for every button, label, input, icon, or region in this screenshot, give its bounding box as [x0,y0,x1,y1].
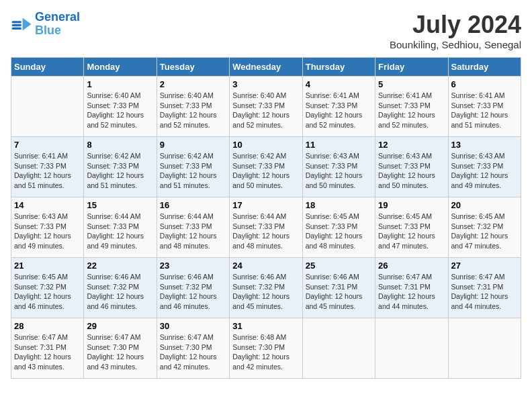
day-number: 25 [306,261,372,271]
day-info: Sunrise: 6:43 AM Sunset: 7:33 PM Dayligh… [378,151,445,191]
day-number: 12 [378,140,445,150]
calendar-cell: 17Sunrise: 6:44 AM Sunset: 7:33 PM Dayli… [230,197,302,258]
day-info: Sunrise: 6:43 AM Sunset: 7:33 PM Dayligh… [306,151,372,191]
svg-rect-1 [12,21,21,23]
day-info: Sunrise: 6:47 AM Sunset: 7:30 PM Dayligh… [87,332,153,372]
day-info: Sunrise: 6:40 AM Sunset: 7:33 PM Dayligh… [160,91,226,130]
calendar-cell: 30Sunrise: 6:47 AM Sunset: 7:30 PM Dayli… [157,318,229,379]
calendar-cell: 1Sunrise: 6:40 AM Sunset: 7:33 PM Daylig… [84,77,157,137]
header-cell-saturday: Saturday [448,58,521,77]
day-info: Sunrise: 6:44 AM Sunset: 7:33 PM Dayligh… [232,212,299,251]
calendar-cell: 4Sunrise: 6:41 AM Sunset: 7:33 PM Daylig… [302,77,375,137]
day-number: 11 [306,140,372,150]
day-info: Sunrise: 6:41 AM Sunset: 7:33 PM Dayligh… [14,151,81,191]
calendar-cell: 23Sunrise: 6:46 AM Sunset: 7:32 PM Dayli… [157,258,229,318]
day-info: Sunrise: 6:41 AM Sunset: 7:33 PM Dayligh… [306,91,372,130]
day-number: 27 [451,261,518,271]
day-number: 20 [451,200,518,210]
day-info: Sunrise: 6:46 AM Sunset: 7:32 PM Dayligh… [87,272,153,312]
day-info: Sunrise: 6:41 AM Sunset: 7:33 PM Dayligh… [378,91,445,130]
logo-text: General Blue [35,11,80,38]
title-block: July 2024 Bounkiling, Sedhiou, Senegal [390,11,521,50]
day-info: Sunrise: 6:40 AM Sunset: 7:33 PM Dayligh… [232,91,299,130]
day-info: Sunrise: 6:42 AM Sunset: 7:33 PM Dayligh… [232,151,299,191]
day-info: Sunrise: 6:48 AM Sunset: 7:30 PM Dayligh… [232,332,299,372]
header-cell-friday: Friday [375,58,448,77]
day-info: Sunrise: 6:45 AM Sunset: 7:32 PM Dayligh… [451,212,518,251]
calendar-cell: 28Sunrise: 6:47 AM Sunset: 7:31 PM Dayli… [11,318,84,379]
day-number: 13 [451,140,518,150]
calendar-cell [448,318,521,379]
page-header: General Blue July 2024 Bounkiling, Sedhi… [11,11,521,50]
day-info: Sunrise: 6:43 AM Sunset: 7:33 PM Dayligh… [14,212,81,251]
day-info: Sunrise: 6:47 AM Sunset: 7:31 PM Dayligh… [14,332,81,372]
svg-rect-3 [12,28,21,30]
calendar-cell [375,318,448,379]
day-info: Sunrise: 6:47 AM Sunset: 7:31 PM Dayligh… [378,272,445,312]
calendar-cell [302,318,375,379]
calendar-cell: 5Sunrise: 6:41 AM Sunset: 7:33 PM Daylig… [375,77,448,137]
calendar-cell: 21Sunrise: 6:45 AM Sunset: 7:32 PM Dayli… [11,258,84,318]
day-number: 8 [87,140,153,150]
calendar-cell: 31Sunrise: 6:48 AM Sunset: 7:30 PM Dayli… [230,318,302,379]
day-info: Sunrise: 6:46 AM Sunset: 7:32 PM Dayligh… [160,272,226,312]
calendar-cell: 13Sunrise: 6:43 AM Sunset: 7:33 PM Dayli… [448,137,521,197]
calendar-cell: 3Sunrise: 6:40 AM Sunset: 7:33 PM Daylig… [230,77,302,137]
day-info: Sunrise: 6:41 AM Sunset: 7:33 PM Dayligh… [451,91,518,130]
day-info: Sunrise: 6:44 AM Sunset: 7:33 PM Dayligh… [160,212,226,251]
day-info: Sunrise: 6:44 AM Sunset: 7:33 PM Dayligh… [87,212,153,251]
logo-line2: Blue [35,24,61,37]
day-info: Sunrise: 6:42 AM Sunset: 7:33 PM Dayligh… [160,151,226,191]
day-number: 17 [232,200,299,210]
logo-line1: General [35,10,80,24]
header-cell-wednesday: Wednesday [230,58,302,77]
calendar-table: SundayMondayTuesdayWednesdayThursdayFrid… [11,57,521,379]
day-number: 3 [232,79,299,89]
calendar-header: SundayMondayTuesdayWednesdayThursdayFrid… [11,58,521,77]
day-number: 24 [232,261,299,271]
day-info: Sunrise: 6:47 AM Sunset: 7:31 PM Dayligh… [451,272,518,312]
day-number: 14 [14,200,81,210]
day-number: 15 [87,200,153,210]
day-number: 23 [160,261,226,271]
calendar-cell: 18Sunrise: 6:45 AM Sunset: 7:33 PM Dayli… [302,197,375,258]
calendar-week-row: 7Sunrise: 6:41 AM Sunset: 7:33 PM Daylig… [11,137,521,197]
day-number: 30 [160,321,226,331]
day-number: 5 [378,79,445,89]
day-number: 22 [87,261,153,271]
calendar-cell: 29Sunrise: 6:47 AM Sunset: 7:30 PM Dayli… [84,318,157,379]
header-row: SundayMondayTuesdayWednesdayThursdayFrid… [11,58,521,77]
day-info: Sunrise: 6:45 AM Sunset: 7:33 PM Dayligh… [378,212,445,251]
calendar-cell: 7Sunrise: 6:41 AM Sunset: 7:33 PM Daylig… [11,137,84,197]
svg-rect-2 [12,24,21,26]
day-number: 7 [14,140,81,150]
day-info: Sunrise: 6:46 AM Sunset: 7:31 PM Dayligh… [306,272,372,312]
day-number: 1 [87,79,153,89]
calendar-week-row: 1Sunrise: 6:40 AM Sunset: 7:33 PM Daylig… [11,77,521,137]
calendar-week-row: 28Sunrise: 6:47 AM Sunset: 7:31 PM Dayli… [11,318,521,379]
calendar-cell: 25Sunrise: 6:46 AM Sunset: 7:31 PM Dayli… [302,258,375,318]
calendar-cell: 20Sunrise: 6:45 AM Sunset: 7:32 PM Dayli… [448,197,521,258]
day-number: 9 [160,140,226,150]
location-subtitle: Bounkiling, Sedhiou, Senegal [390,39,521,50]
day-number: 16 [160,200,226,210]
calendar-cell: 6Sunrise: 6:41 AM Sunset: 7:33 PM Daylig… [448,77,521,137]
calendar-cell: 16Sunrise: 6:44 AM Sunset: 7:33 PM Dayli… [157,197,229,258]
day-info: Sunrise: 6:40 AM Sunset: 7:33 PM Dayligh… [87,91,153,130]
day-number: 4 [306,79,372,89]
day-number: 26 [378,261,445,271]
calendar-cell [11,77,84,137]
header-cell-monday: Monday [84,58,157,77]
calendar-week-row: 21Sunrise: 6:45 AM Sunset: 7:32 PM Dayli… [11,258,521,318]
calendar-cell: 11Sunrise: 6:43 AM Sunset: 7:33 PM Dayli… [302,137,375,197]
header-cell-thursday: Thursday [302,58,375,77]
logo-icon [11,13,32,35]
calendar-cell: 15Sunrise: 6:44 AM Sunset: 7:33 PM Dayli… [84,197,157,258]
calendar-cell: 19Sunrise: 6:45 AM Sunset: 7:33 PM Dayli… [375,197,448,258]
calendar-week-row: 14Sunrise: 6:43 AM Sunset: 7:33 PM Dayli… [11,197,521,258]
day-info: Sunrise: 6:45 AM Sunset: 7:32 PM Dayligh… [14,272,81,312]
calendar-body: 1Sunrise: 6:40 AM Sunset: 7:33 PM Daylig… [11,77,521,379]
header-cell-sunday: Sunday [11,58,84,77]
day-number: 6 [451,79,518,89]
day-info: Sunrise: 6:42 AM Sunset: 7:33 PM Dayligh… [87,151,153,191]
